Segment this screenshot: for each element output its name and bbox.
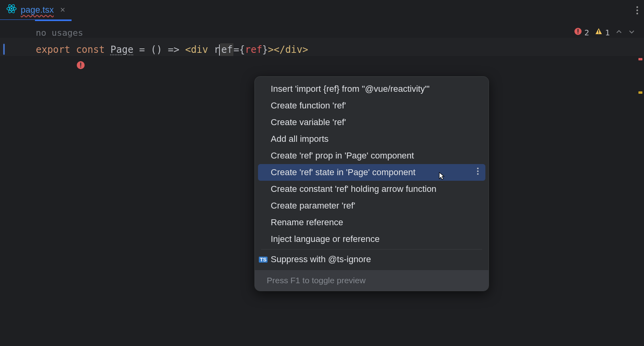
- scroll-warning-marker[interactable]: [638, 91, 642, 94]
- parens: (): [151, 44, 162, 55]
- intention-item-label: Suppress with @ts-ignore: [271, 254, 371, 265]
- keyword-const: const: [76, 44, 105, 55]
- intention-item-rename[interactable]: Rename reference: [255, 214, 489, 231]
- jsx-tag: div: [191, 44, 208, 55]
- jsx-attr-pre: r: [214, 44, 219, 55]
- arrow-op: =>: [162, 44, 185, 55]
- intention-popup: Insert 'import {ref} from "@vue/reactivi…: [254, 76, 489, 291]
- brace-open: {: [239, 44, 245, 55]
- item-more-icon[interactable]: [477, 167, 479, 178]
- warning-count: 1: [605, 28, 610, 37]
- intention-item-create-prop[interactable]: Create 'ref' prop in 'Page' component: [255, 147, 489, 164]
- usages-inlay[interactable]: no usages: [35, 20, 644, 38]
- scrollbar[interactable]: [638, 20, 643, 346]
- svg-point-0: [11, 8, 12, 10]
- intention-item-create-variable[interactable]: Create variable 'ref': [255, 114, 489, 131]
- identifier-page: Page: [111, 44, 134, 55]
- intention-item-create-constant[interactable]: Create constant 'ref' holding arrow func…: [255, 181, 489, 197]
- jsx-attr-post: ef: [220, 43, 233, 56]
- intention-list: Insert 'import {ref} from "@vue/reactivi…: [255, 77, 489, 270]
- popup-separator: [261, 249, 482, 249]
- svg-point-5: [636, 10, 638, 11]
- error-count: 2: [584, 28, 589, 37]
- ref-variable: ref: [245, 44, 262, 55]
- code-line[interactable]: export const Page = () => <div ref={ref}…: [0, 38, 644, 56]
- intention-item-create-state[interactable]: Create 'ref' state in 'Page' component: [258, 164, 485, 181]
- tab-bar: page.tsx ×: [0, 0, 644, 20]
- react-icon: [6, 4, 17, 16]
- intention-item-create-parameter[interactable]: Create parameter 'ref': [255, 197, 489, 214]
- typescript-icon: TS: [258, 257, 268, 263]
- close-angle: >: [268, 44, 274, 55]
- text-cursor: [219, 44, 220, 56]
- close-tag: </div>: [274, 44, 308, 55]
- error-icon: [574, 27, 582, 37]
- brace-close: }: [262, 44, 268, 55]
- svg-point-11: [477, 173, 479, 175]
- intention-item-import-vue[interactable]: Insert 'import {ref} from "@vue/reactivi…: [255, 81, 489, 97]
- intention-item-label: Create 'ref' state in 'Page' component: [271, 167, 415, 178]
- intention-item-create-function[interactable]: Create function 'ref': [255, 97, 489, 114]
- keyword-export: export: [36, 44, 70, 55]
- svg-point-9: [477, 168, 479, 169]
- inspection-widget[interactable]: 2 1: [574, 27, 635, 37]
- svg-point-4: [636, 6, 638, 8]
- chevron-down-icon[interactable]: [628, 28, 635, 37]
- equals-op: =: [134, 44, 151, 55]
- svg-point-10: [477, 170, 479, 172]
- warning-icon: [595, 27, 603, 37]
- popup-footer-hint: Press F1 to toggle preview: [255, 270, 489, 291]
- intention-item-add-imports[interactable]: Add all imports: [255, 131, 489, 147]
- gutter: [0, 20, 35, 346]
- attr-equals: =: [233, 44, 239, 55]
- open-angle: <: [185, 44, 191, 55]
- intention-bulb-icon[interactable]: [76, 61, 85, 72]
- svg-point-6: [636, 13, 638, 14]
- tab-filename: page.tsx: [21, 5, 54, 15]
- intention-item-suppress[interactable]: TS Suppress with @ts-ignore: [255, 251, 489, 268]
- close-icon[interactable]: ×: [60, 5, 65, 15]
- scroll-error-marker[interactable]: [638, 58, 642, 60]
- editor-tab[interactable]: page.tsx ×: [0, 0, 72, 20]
- more-menu-icon[interactable]: [636, 6, 638, 17]
- error-indicator[interactable]: 2: [574, 27, 589, 37]
- warning-indicator[interactable]: 1: [595, 27, 610, 37]
- intention-item-inject[interactable]: Inject language or reference: [255, 231, 489, 247]
- editor-container: 2 1 no usages export const Page = () => …: [0, 20, 644, 346]
- chevron-up-icon[interactable]: [615, 28, 623, 37]
